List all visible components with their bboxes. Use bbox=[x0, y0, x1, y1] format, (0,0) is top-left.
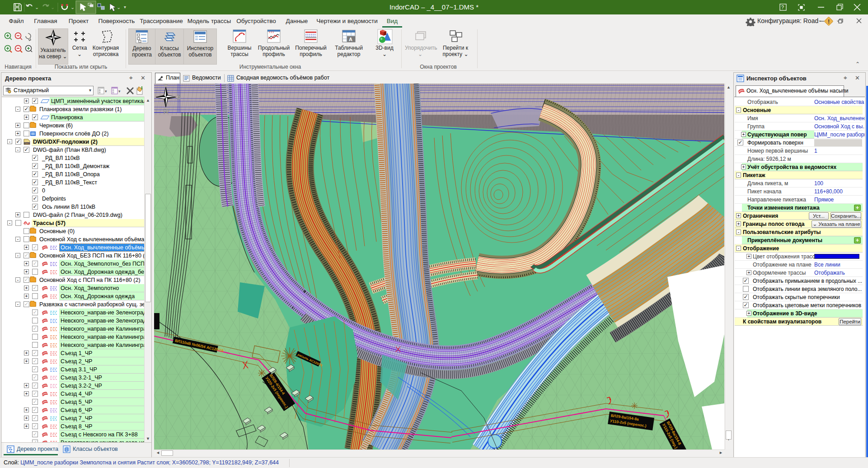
svg-text:Ю: Ю bbox=[164, 108, 169, 114]
svg-text:С: С bbox=[164, 84, 168, 87]
svg-text:В: В bbox=[177, 94, 181, 100]
svg-text:А: А bbox=[349, 37, 352, 42]
svg-text:?: ? bbox=[781, 5, 784, 10]
svg-text:▾: ▾ bbox=[105, 89, 107, 94]
svg-text:▾: ▾ bbox=[118, 89, 121, 94]
svg-text:3 3 3: 3 3 3 bbox=[269, 31, 274, 33]
svg-text:DWG: DWG bbox=[24, 143, 29, 145]
